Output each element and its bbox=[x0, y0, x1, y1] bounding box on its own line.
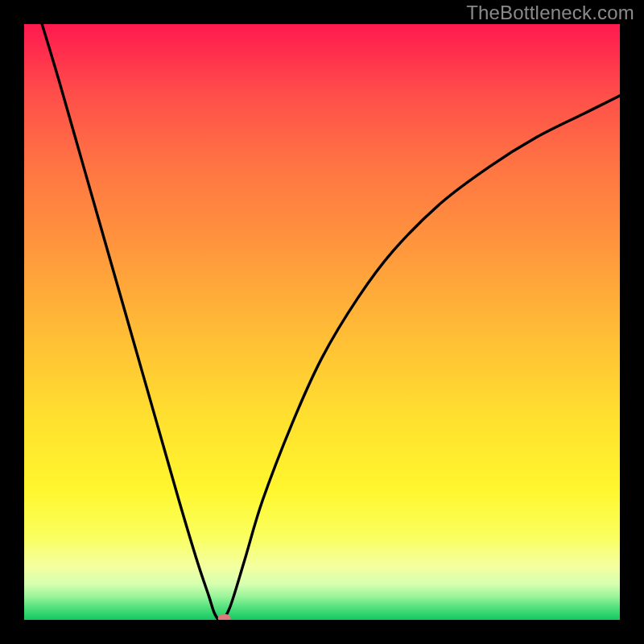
attribution-text: TheBottleneck.com bbox=[466, 2, 634, 24]
plot-area bbox=[24, 24, 620, 620]
bottleneck-curve bbox=[24, 24, 620, 620]
chart-container: TheBottleneck.com bbox=[0, 0, 644, 644]
optimum-marker bbox=[218, 614, 231, 620]
